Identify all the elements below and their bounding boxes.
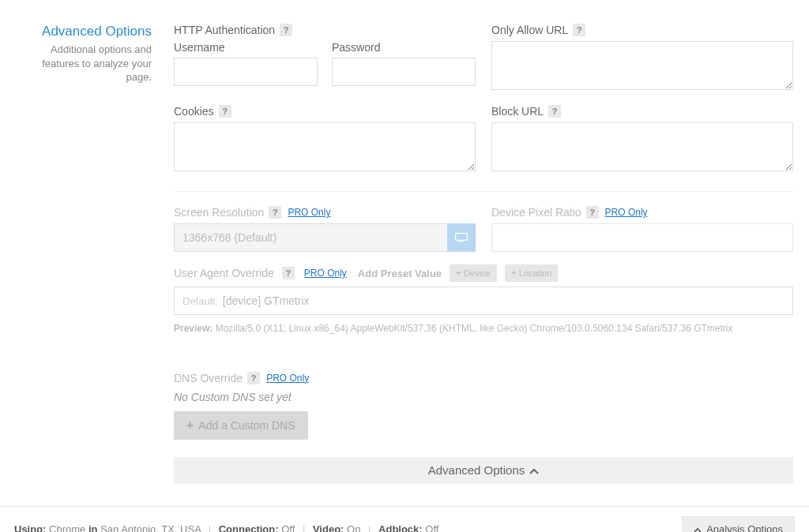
user-agent-preview: Preview: Mozilla/5.0 (X11; Linux x86_64)… <box>174 323 793 335</box>
chevron-up-icon <box>694 523 702 532</box>
add-device-button: +Device <box>450 264 497 282</box>
advanced-options-toggle[interactable]: Advanced Options <box>174 457 793 484</box>
pro-only-link[interactable]: PRO Only <box>288 207 330 218</box>
adblock-value: Off <box>425 523 438 532</box>
add-custom-dns-button: + Add a Custom DNS <box>174 411 308 440</box>
status-bar: Using: Chrome in San Antonio, TX, USA | … <box>0 507 809 532</box>
help-icon[interactable]: ? <box>269 206 281 219</box>
chevron-up-icon <box>529 463 539 477</box>
block-url-label: Block URL <box>491 105 544 118</box>
video-label: Video: <box>313 523 344 532</box>
pro-only-link[interactable]: PRO Only <box>304 268 347 279</box>
password-input[interactable] <box>332 58 476 86</box>
plus-icon: + <box>456 268 461 278</box>
connection-value: Off <box>281 523 295 532</box>
analysis-options-button[interactable]: Analysis Options <box>682 516 795 532</box>
help-icon[interactable]: ? <box>548 105 561 118</box>
video-value: On <box>347 523 360 532</box>
dns-status-text: No Custom DNS set yet <box>174 391 793 403</box>
screen-resolution-label: Screen Resolution <box>174 206 264 219</box>
browser-value: Chrome <box>49 523 85 532</box>
help-icon[interactable]: ? <box>219 105 231 118</box>
svg-rect-1 <box>459 241 463 242</box>
pro-only-link[interactable]: PRO Only <box>605 207 648 218</box>
screen-resolution-select: 1366x768 (Default) <box>174 223 476 252</box>
location-value: San Antonio, TX, USA <box>100 523 201 532</box>
user-agent-input: Default: [device] GTmetrix <box>174 287 793 315</box>
cookies-label: Cookies <box>174 105 214 118</box>
help-icon[interactable]: ? <box>247 372 260 384</box>
http-auth-label: HTTP Authentication <box>174 24 275 36</box>
add-preset-value-label: Add Preset Value <box>358 268 442 279</box>
user-agent-override-label: User Agent Override <box>174 267 274 279</box>
cookies-textarea[interactable] <box>174 122 476 171</box>
in-label: in <box>88 523 98 532</box>
svg-rect-0 <box>456 234 468 241</box>
help-icon[interactable]: ? <box>573 24 585 36</box>
device-pixel-ratio-input <box>491 223 793 252</box>
add-location-button: +Location <box>505 264 559 282</box>
plus-icon: + <box>511 268 517 278</box>
device-pixel-ratio-label: Device Pixel Ratio <box>491 206 581 219</box>
monitor-icon <box>447 223 476 252</box>
sidebar-desc: Additional options and features to analy… <box>16 43 152 84</box>
username-input[interactable] <box>174 58 318 86</box>
block-url-textarea[interactable] <box>491 122 793 171</box>
adblock-label: Adblock: <box>378 523 423 532</box>
password-label: Password <box>332 41 476 54</box>
help-icon[interactable]: ? <box>586 206 599 219</box>
help-icon[interactable]: ? <box>280 24 292 36</box>
username-label: Username <box>174 41 318 54</box>
plus-icon: + <box>186 419 194 432</box>
only-allow-url-textarea[interactable] <box>491 41 793 90</box>
dns-override-label: DNS Override <box>174 372 243 384</box>
using-label: Using: <box>14 523 46 532</box>
connection-label: Connection: <box>219 523 279 532</box>
only-allow-url-label: Only Allow URL <box>491 24 568 36</box>
pro-only-link[interactable]: PRO Only <box>266 373 309 384</box>
help-icon[interactable]: ? <box>282 267 295 279</box>
sidebar-title: Advanced Options <box>16 24 152 39</box>
advanced-options-sidebar: Advanced Options Additional options and … <box>16 24 174 484</box>
